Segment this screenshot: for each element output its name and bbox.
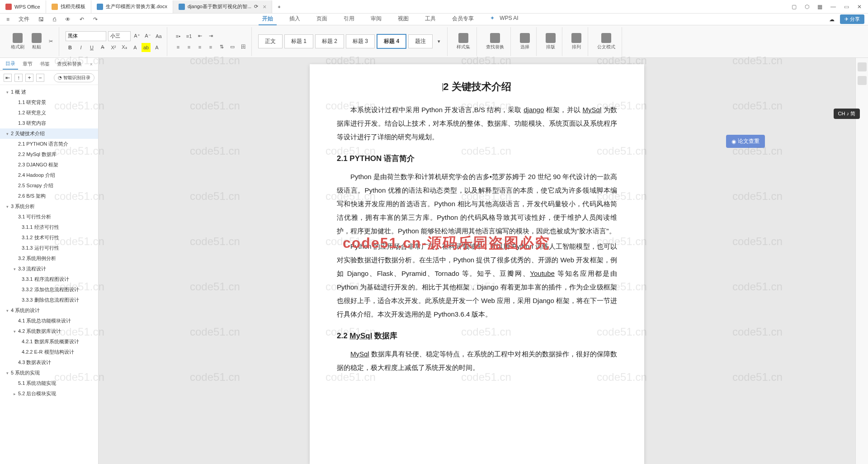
style-caption[interactable]: 题注 [408, 34, 433, 48]
toc-item[interactable]: 3.1.1 经济可行性 [0, 222, 98, 232]
toc-item[interactable]: 2.2 MySql 数据库 [0, 149, 98, 160]
smart-toc-button[interactable]: ◔ 智能识别目录 [54, 73, 94, 82]
toc-item[interactable]: ▾5 系统的实现 [0, 368, 98, 378]
close-icon[interactable]: × [87, 60, 95, 69]
justify-icon[interactable]: ≡ [206, 43, 215, 52]
strike-icon[interactable]: A̶ [98, 43, 107, 52]
collapse-icon[interactable]: ⇤ [4, 74, 12, 82]
number-list-icon[interactable]: ≡1 [184, 32, 193, 41]
document-area[interactable]: 2 关键技术介绍 本系统设计过程中采用 Python 开发语言,B/S 结构，采… [99, 58, 855, 464]
new-tab-button[interactable]: + [272, 0, 286, 13]
nav-tab-chapter[interactable]: 章节 [20, 59, 35, 69]
highlight-icon[interactable]: ab [142, 43, 151, 52]
underline-icon[interactable]: U [87, 43, 96, 52]
find-replace-button[interactable]: 查找替换 [483, 32, 507, 51]
select-button[interactable]: 选择 [517, 32, 533, 51]
layout-button[interactable]: 排版 [543, 32, 558, 51]
tab-doc2[interactable]: django基于数据可视化的智...⟳× [173, 0, 272, 13]
close-button[interactable]: ✕ [857, 4, 862, 10]
toc-item[interactable]: 3.2 系统用例分析 [0, 253, 98, 264]
decrease-indent-icon[interactable]: ⇤ [195, 32, 204, 41]
tab-start[interactable]: 开始 [259, 13, 277, 25]
add-icon[interactable]: + [25, 74, 33, 82]
toc-item[interactable]: 2.4 Hadoop 介绍 [0, 170, 98, 180]
doc-mode-button[interactable]: 公文模式 [594, 32, 618, 51]
style-h4[interactable]: 标题 4 [377, 34, 406, 49]
side-tool-1[interactable] [858, 62, 867, 71]
increase-indent-icon[interactable]: ⇥ [206, 32, 215, 41]
toc-item[interactable]: ▾1 概 述 [0, 87, 98, 97]
preview-icon[interactable]: 👁 [62, 15, 73, 24]
maximize-button[interactable]: ▭ [844, 4, 849, 10]
paste-button[interactable]: 粘贴 [29, 32, 44, 51]
close-icon[interactable]: × [263, 3, 266, 10]
superscript-icon[interactable]: X² [109, 43, 118, 52]
toc-item[interactable]: 4.2.1 数据库系统概要设计 [0, 336, 98, 347]
tab-wps[interactable]: WPS Office [0, 0, 46, 13]
align-left-icon[interactable]: ≡ [174, 43, 183, 52]
toc-item[interactable]: 3.3.1 程序流程图设计 [0, 274, 98, 284]
cloud-icon[interactable]: ☁ [829, 16, 835, 23]
arrange-button[interactable]: 排列 [569, 32, 584, 51]
redo-icon[interactable]: ↷ [90, 15, 100, 24]
print-icon[interactable]: ⎙ [50, 15, 59, 24]
toc-item[interactable]: 2.1 PYTHON 语言简介 [0, 139, 98, 149]
nav-tab-toc[interactable]: 目录 [3, 58, 18, 70]
undo-icon[interactable]: ↶ [77, 15, 87, 24]
tab-templates[interactable]: 找稻壳模板 [46, 0, 91, 13]
toc-item[interactable]: 4.2.2 E-R 模型结构设计 [0, 347, 98, 357]
save-icon[interactable]: 🖫 [36, 15, 47, 24]
toc-item[interactable]: 3.1.2 技术可行性 [0, 232, 98, 243]
toc-item[interactable]: ▾4 系统的设计 [0, 305, 98, 316]
border-icon[interactable]: 田 [239, 43, 248, 52]
style-body[interactable]: 正文 [258, 34, 283, 48]
toc-item[interactable]: ▾3 系统分析 [0, 201, 98, 212]
tab-insert[interactable]: 插入 [286, 13, 304, 25]
toc-item[interactable]: 3.1.3 运行可行性 [0, 243, 98, 253]
style-set-button[interactable]: 样式集 [454, 32, 473, 51]
toc-item[interactable]: ▾2 关键技术介绍 [0, 128, 98, 139]
cube-icon[interactable]: ⬡ [805, 4, 809, 10]
toc-item[interactable]: 3.3.3 删除信息流程图设计 [0, 295, 98, 305]
toc-item[interactable]: 2.3 DJANGO 框架 [0, 160, 98, 170]
style-h2[interactable]: 标题 2 [315, 34, 344, 48]
decrease-font-icon[interactable]: A⁻ [143, 32, 152, 41]
paper-check-button[interactable]: ◉ 论文查重 [726, 135, 765, 148]
toc-item[interactable]: ▸5.2 后台模块实现 [0, 388, 98, 399]
tab-member[interactable]: 会员专享 [448, 13, 477, 25]
change-case-icon[interactable]: Aa [154, 32, 163, 41]
tab-doc1[interactable]: 生产印模图片替换方案.docx [91, 0, 173, 13]
toc-item[interactable]: 3.3.2 添加信息流程图设计 [0, 284, 98, 295]
increase-font-icon[interactable]: A⁺ [132, 32, 142, 41]
tab-page[interactable]: 页面 [313, 13, 331, 25]
tab-tools[interactable]: 工具 [421, 13, 439, 25]
up-icon[interactable]: ↑ [14, 74, 23, 82]
toc-item[interactable]: 4.3 数据表设计 [0, 357, 98, 368]
style-h1[interactable]: 标题 1 [284, 34, 313, 48]
char-shading-icon[interactable]: A [152, 43, 161, 52]
align-center-icon[interactable]: ≡ [184, 43, 193, 52]
tab-view[interactable]: 视图 [394, 13, 412, 25]
wps-ai-button[interactable]: ✦ WPS AI [486, 13, 526, 25]
toc-item[interactable]: ▾4.2 系统数据库设计 [0, 326, 98, 336]
toc-item[interactable]: 5.1 系统功能实现 [0, 378, 98, 388]
style-more-icon[interactable]: ▾ [434, 37, 443, 46]
minimize-button[interactable]: — [830, 4, 836, 10]
bold-icon[interactable]: B [66, 43, 75, 52]
toc-item[interactable]: ▾3.3 流程设计 [0, 264, 98, 274]
nav-tab-bookmark[interactable]: 书签 [37, 59, 52, 69]
share-button[interactable]: ✈ 分享 [840, 14, 864, 24]
hamburger-icon[interactable]: ≡ [4, 15, 12, 24]
toc-item[interactable]: 2.5 Scrapy 介绍 [0, 180, 98, 191]
toc-item[interactable]: 3.1 可行性分析 [0, 212, 98, 222]
tab-review[interactable]: 审阅 [367, 13, 385, 25]
toc-item[interactable]: 1.1 研究背景 [0, 97, 98, 108]
font-name-select[interactable] [66, 31, 106, 41]
format-painter-button[interactable]: 格式刷 [8, 32, 27, 51]
cut-icon[interactable]: ✂ [46, 37, 55, 46]
toc-item[interactable]: 1.3 研究内容 [0, 118, 98, 128]
toc-item[interactable]: 1.2 研究意义 [0, 108, 98, 118]
grid-icon[interactable]: ▦ [817, 4, 822, 10]
subscript-icon[interactable]: X₂ [120, 43, 129, 52]
remove-icon[interactable]: − [36, 74, 44, 82]
